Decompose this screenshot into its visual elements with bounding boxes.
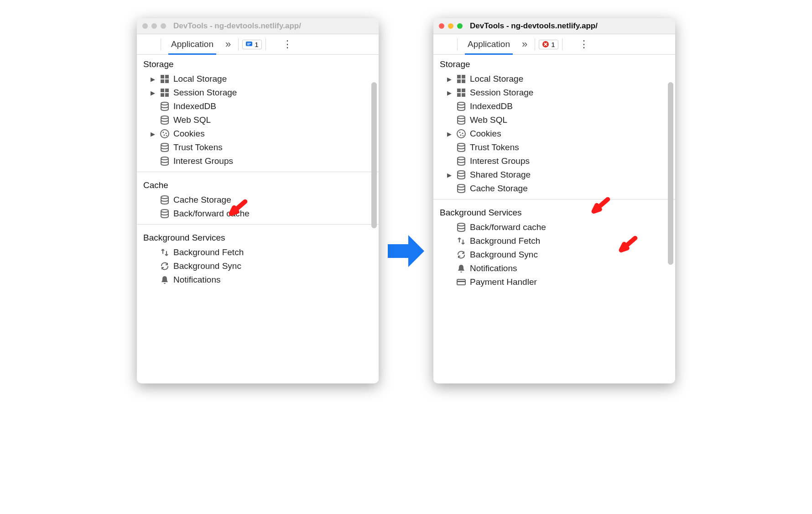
tree-item[interactable]: Background Fetch <box>137 246 379 259</box>
tree-item[interactable]: Cache Storage <box>137 193 379 207</box>
svg-rect-19 <box>161 93 164 97</box>
scrollbar-thumb[interactable] <box>668 82 673 265</box>
tree-item[interactable]: Interest Groups <box>137 154 379 168</box>
fetch-icon <box>456 236 466 246</box>
minimize-dot[interactable] <box>448 23 453 29</box>
application-sidebar: Storage▶Local Storage▶Session StorageInd… <box>433 55 675 383</box>
db-icon <box>456 115 466 125</box>
section-head[interactable]: Storage <box>137 55 379 72</box>
tree-item-label: Background Sync <box>173 261 241 271</box>
device-toolbar-icon[interactable] <box>446 42 453 47</box>
scrollbar-thumb[interactable] <box>371 82 377 228</box>
scrollbar[interactable] <box>668 82 673 365</box>
device-toolbar-icon[interactable] <box>150 42 157 47</box>
tree-item-label: Session Storage <box>470 88 533 98</box>
tree-item[interactable]: Trust Tokens <box>433 141 675 154</box>
minimize-dot[interactable] <box>151 23 157 29</box>
tree-item[interactable]: Notifications <box>433 262 675 275</box>
cookie-icon <box>456 129 466 139</box>
tree-item-label: Web SQL <box>173 115 211 125</box>
tree-item[interactable]: Notifications <box>137 273 379 287</box>
svg-point-65 <box>458 184 465 187</box>
badge-count: 1 <box>255 41 258 48</box>
tree-item[interactable]: Background Fetch <box>433 234 675 248</box>
zoom-dot[interactable] <box>161 23 166 29</box>
tree-item[interactable]: Background Sync <box>433 248 675 262</box>
expand-arrow-icon: ▶ <box>151 89 156 96</box>
section-head[interactable]: Storage <box>433 55 675 72</box>
settings-gear-icon[interactable] <box>270 42 277 47</box>
tree-item-label: Cache Storage <box>173 195 231 205</box>
tree-item[interactable]: ▶Cookies <box>433 127 675 141</box>
tree-item[interactable]: ▶Session Storage <box>137 86 379 100</box>
tree-item-label: Payment Handler <box>470 277 537 287</box>
close-dot[interactable] <box>439 23 444 29</box>
tree-item[interactable]: Web SQL <box>433 113 675 127</box>
cookie-icon <box>160 129 170 139</box>
tree-item[interactable]: ▶Cookies <box>137 127 379 141</box>
expand-arrow-icon: ▶ <box>447 89 453 96</box>
tree-item[interactable]: Trust Tokens <box>137 141 379 154</box>
svg-point-26 <box>163 134 165 136</box>
scrollbar[interactable] <box>371 82 377 365</box>
expand-arrow-icon: ▶ <box>151 76 156 83</box>
db-icon <box>160 142 170 152</box>
svg-rect-49 <box>457 79 461 83</box>
tree-item[interactable]: Background Sync <box>137 259 379 273</box>
inspect-element-icon[interactable] <box>141 42 148 47</box>
svg-rect-47 <box>457 75 461 79</box>
transition-arrow-icon <box>388 235 424 267</box>
tree-item[interactable]: ▶Shared Storage <box>433 168 675 182</box>
grid-icon <box>160 74 170 84</box>
svg-rect-13 <box>161 75 164 79</box>
tree-item[interactable]: IndexedDB <box>137 100 379 113</box>
tree-item[interactable]: Interest Groups <box>433 154 675 168</box>
tree-item-label: IndexedDB <box>470 101 513 111</box>
tree-item-label: IndexedDB <box>173 101 216 111</box>
tree-item[interactable]: ▶Session Storage <box>433 86 675 100</box>
traffic-lights[interactable] <box>142 23 166 29</box>
tree-item[interactable]: Payment Handler <box>433 275 675 289</box>
tree-item-label: Cookies <box>470 129 501 139</box>
tree-item[interactable]: ▶Local Storage <box>137 72 379 86</box>
zoom-dot[interactable] <box>457 23 463 29</box>
tree-item[interactable]: Back/forward cache <box>137 207 379 220</box>
tree-item[interactable]: Web SQL <box>137 113 379 127</box>
tree-item-label: Shared Storage <box>470 170 531 180</box>
titlebar: DevTools - ng-devtools.netlify.app/ <box>137 18 379 34</box>
settings-gear-icon[interactable] <box>566 42 573 47</box>
expand-arrow-icon: ▶ <box>151 131 156 137</box>
tree-item-label: Background Fetch <box>173 247 244 257</box>
svg-rect-50 <box>462 79 465 83</box>
inspect-element-icon[interactable] <box>437 42 444 47</box>
bell-icon <box>160 275 170 285</box>
panel-tab-application[interactable]: Application <box>461 34 516 54</box>
section-head[interactable]: Cache <box>137 176 379 193</box>
panel-tab-application[interactable]: Application <box>165 34 220 54</box>
section-head[interactable]: Background Services <box>433 203 675 220</box>
tree-item[interactable]: Back/forward cache <box>433 220 675 234</box>
db-icon <box>456 170 466 180</box>
more-options-icon[interactable]: ⋮ <box>279 36 296 53</box>
svg-rect-68 <box>457 281 465 282</box>
more-options-icon[interactable]: ⋮ <box>575 36 593 53</box>
more-tabs-icon[interactable]: » <box>518 36 531 53</box>
tree-item-label: Notifications <box>470 263 517 273</box>
badge-count: 1 <box>551 41 555 48</box>
bell-icon <box>456 263 466 273</box>
tree-item[interactable]: ▶Local Storage <box>433 72 675 86</box>
more-tabs-icon[interactable]: » <box>222 36 234 53</box>
svg-point-66 <box>458 223 465 226</box>
error-icon <box>542 41 549 48</box>
tree-item[interactable]: IndexedDB <box>433 100 675 113</box>
errors-badge[interactable]: 1 <box>539 40 558 49</box>
issues-badge[interactable]: 1 <box>242 40 261 49</box>
tree-item-label: Cookies <box>173 129 205 139</box>
section-head[interactable]: Background Services <box>137 228 379 246</box>
svg-point-58 <box>459 131 460 133</box>
tree-item[interactable]: Cache Storage <box>433 182 675 195</box>
expand-arrow-icon: ▶ <box>447 76 453 83</box>
traffic-lights[interactable] <box>439 23 463 29</box>
close-dot[interactable] <box>142 23 148 29</box>
svg-point-61 <box>463 135 464 136</box>
